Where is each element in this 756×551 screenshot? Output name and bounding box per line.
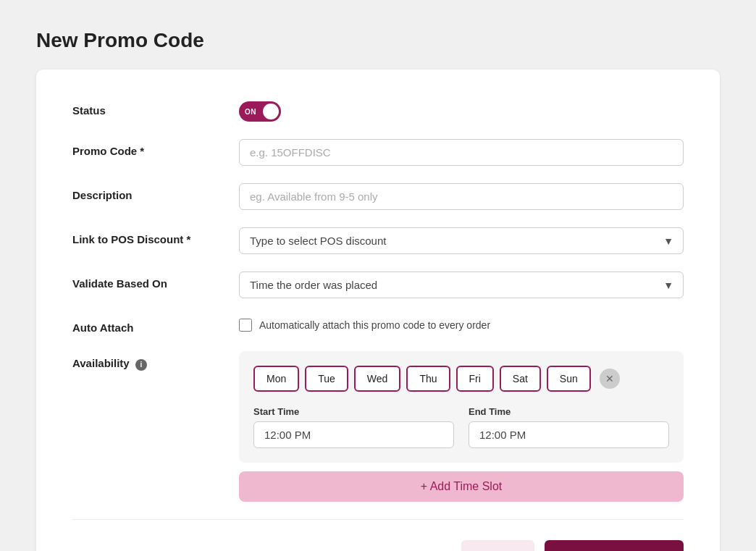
validate-based-on-row: Validate Based On Time the order was pla… bbox=[72, 272, 684, 298]
auto-attach-field: Automatically attach this promo code to … bbox=[239, 316, 684, 332]
pos-discount-label: Link to POS Discount * bbox=[72, 227, 239, 245]
day-button-wed[interactable]: Wed bbox=[354, 366, 401, 392]
end-time-input[interactable] bbox=[469, 421, 669, 448]
validate-based-on-select[interactable]: Time the order was placed Time the order… bbox=[239, 272, 684, 298]
start-time-input[interactable] bbox=[253, 421, 454, 448]
auto-attach-checkbox-row: Automatically attach this promo code to … bbox=[239, 316, 684, 332]
remove-time-slot-button[interactable]: ✕ bbox=[600, 369, 620, 389]
auto-attach-checkbox-label: Automatically attach this promo code to … bbox=[259, 319, 490, 331]
pos-discount-select-wrapper: Type to select POS discount ▼ bbox=[239, 227, 684, 254]
status-field: ON bbox=[239, 98, 684, 122]
promo-code-label: Promo Code * bbox=[72, 139, 239, 157]
day-buttons-row: Mon Tue Wed Thu Fri Sat Sun ✕ bbox=[253, 366, 669, 392]
status-row: Status ON bbox=[72, 98, 684, 122]
start-time-field: Start Time bbox=[253, 406, 454, 448]
pos-discount-row: Link to POS Discount * Type to select PO… bbox=[72, 227, 684, 254]
availability-box: Mon Tue Wed Thu Fri Sat Sun ✕ Start Time bbox=[239, 351, 684, 463]
day-button-fri[interactable]: Fri bbox=[456, 366, 494, 392]
day-button-sun[interactable]: Sun bbox=[547, 366, 591, 392]
auto-attach-label: Auto Attach bbox=[72, 316, 239, 334]
toggle-knob bbox=[263, 104, 279, 119]
status-label: Status bbox=[72, 98, 239, 117]
auto-attach-row: Auto Attach Automatically attach this pr… bbox=[72, 316, 684, 334]
auto-attach-checkbox[interactable] bbox=[239, 319, 252, 332]
form-divider bbox=[72, 519, 684, 520]
form-card: Status ON Promo Code * bbox=[36, 70, 720, 551]
description-field bbox=[239, 183, 684, 210]
description-label: Description bbox=[72, 183, 239, 201]
status-toggle[interactable]: ON bbox=[239, 101, 281, 122]
availability-row: Availability i Mon Tue Wed Thu Fri Sat S… bbox=[72, 351, 684, 502]
promo-code-row: Promo Code * bbox=[72, 139, 684, 166]
validate-select-wrapper: Time the order was placed Time the order… bbox=[239, 272, 684, 298]
toggle-track: ON bbox=[239, 101, 281, 122]
description-row: Description bbox=[72, 183, 684, 210]
cancel-button[interactable]: Cancel bbox=[461, 540, 534, 551]
end-time-field: End Time bbox=[469, 406, 669, 448]
availability-label: Availability i bbox=[72, 351, 239, 371]
promo-code-field bbox=[239, 139, 684, 166]
validate-based-on-label: Validate Based On bbox=[72, 272, 239, 290]
toggle-on-label: ON bbox=[245, 108, 256, 116]
add-time-slot-button[interactable]: + Add Time Slot bbox=[239, 471, 684, 502]
day-button-tue[interactable]: Tue bbox=[305, 366, 348, 392]
start-time-label: Start Time bbox=[253, 406, 454, 417]
availability-label-text: Availability bbox=[72, 357, 130, 369]
day-button-thu[interactable]: Thu bbox=[406, 366, 450, 392]
description-input[interactable] bbox=[239, 183, 684, 210]
validate-based-on-field: Time the order was placed Time the order… bbox=[239, 272, 684, 298]
day-button-sat[interactable]: Sat bbox=[500, 366, 541, 392]
create-promo-code-button[interactable]: Create Promo Code bbox=[545, 540, 684, 551]
promo-code-input[interactable] bbox=[239, 139, 684, 166]
toggle-container: ON bbox=[239, 98, 684, 122]
pos-discount-select[interactable]: Type to select POS discount bbox=[239, 227, 684, 254]
availability-info-icon[interactable]: i bbox=[135, 359, 147, 371]
footer-actions: Cancel Create Promo Code bbox=[72, 537, 684, 551]
page-container: New Promo Code Status ON Promo Code bbox=[14, 14, 742, 551]
availability-field: Mon Tue Wed Thu Fri Sat Sun ✕ Start Time bbox=[239, 351, 684, 502]
time-row: Start Time End Time bbox=[253, 406, 669, 448]
day-button-mon[interactable]: Mon bbox=[253, 366, 299, 392]
page-title: New Promo Code bbox=[36, 29, 720, 52]
end-time-label: End Time bbox=[469, 406, 669, 417]
pos-discount-field: Type to select POS discount ▼ bbox=[239, 227, 684, 254]
